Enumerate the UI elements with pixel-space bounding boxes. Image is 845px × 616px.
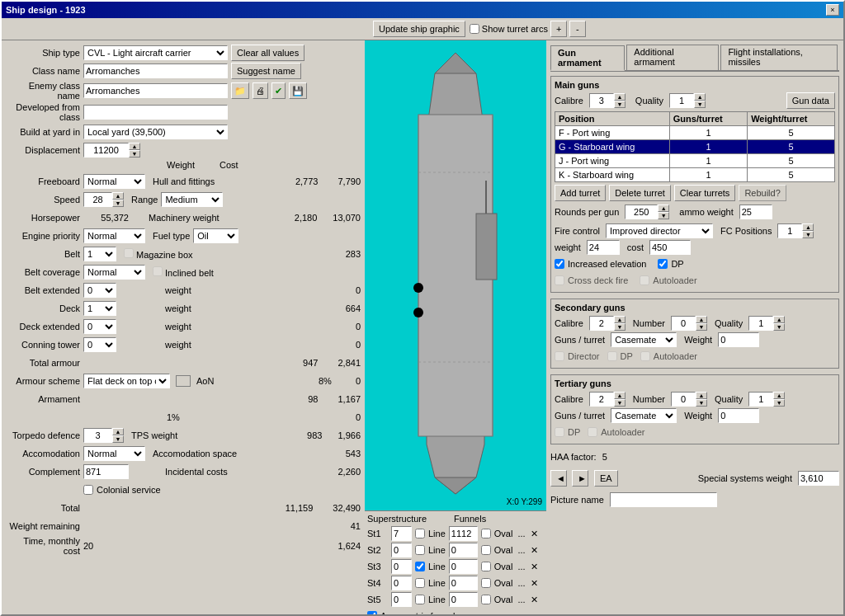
ter-guns-type-select[interactable]: Casemate bbox=[611, 408, 677, 423]
ter-number-input[interactable] bbox=[671, 392, 696, 407]
developed-input[interactable] bbox=[83, 105, 228, 120]
fc-weight-input[interactable] bbox=[587, 240, 620, 255]
deck-select[interactable]: 1 bbox=[83, 301, 116, 316]
ter-autoloader-check[interactable] bbox=[588, 427, 597, 437]
tab-gun-armament[interactable]: Gun armament bbox=[550, 45, 625, 71]
st3-x[interactable]: ✕ bbox=[531, 562, 538, 572]
st5-line-check[interactable] bbox=[415, 595, 425, 604]
clear-all-button[interactable]: Clear all values bbox=[231, 45, 304, 61]
st5-oval[interactable] bbox=[481, 595, 491, 604]
sec-q-down[interactable]: ▼ bbox=[773, 323, 785, 331]
ea-button[interactable]: EA bbox=[594, 470, 618, 487]
turret-plus-button[interactable]: + bbox=[550, 21, 567, 37]
speed-down[interactable]: ▼ bbox=[112, 200, 124, 207]
st2-x[interactable]: ✕ bbox=[531, 545, 538, 556]
st2-oval[interactable] bbox=[481, 545, 491, 555]
sec-num-down[interactable]: ▼ bbox=[696, 323, 707, 331]
sec-cal-up[interactable]: ▲ bbox=[614, 316, 625, 323]
displacement-input[interactable] bbox=[83, 143, 129, 158]
st1-funnel[interactable] bbox=[449, 526, 478, 541]
sec-guns-type-select[interactable]: Casemate bbox=[611, 332, 677, 347]
torpedo-up[interactable]: ▲ bbox=[112, 428, 124, 435]
belt-select[interactable]: 1 bbox=[83, 247, 116, 261]
fc-positions-input[interactable] bbox=[777, 223, 802, 238]
enemy-class-input[interactable] bbox=[83, 83, 228, 98]
clear-turrets-button[interactable]: Clear turrets bbox=[674, 185, 736, 201]
accommodation-select[interactable]: Normal bbox=[83, 446, 145, 461]
st4-x[interactable]: ✕ bbox=[531, 578, 538, 589]
sec-number-input[interactable] bbox=[671, 316, 696, 331]
st2-funnel[interactable] bbox=[449, 543, 478, 557]
deck-extended-select[interactable]: 0 bbox=[83, 319, 116, 334]
speed-up[interactable]: ▲ bbox=[112, 192, 124, 200]
st5-x[interactable]: ✕ bbox=[531, 595, 538, 605]
complement-input[interactable] bbox=[83, 464, 129, 479]
close-button[interactable]: × bbox=[826, 4, 839, 16]
ter-q-up[interactable]: ▲ bbox=[773, 392, 785, 399]
st3-input[interactable] bbox=[391, 559, 412, 574]
quality-input[interactable] bbox=[669, 93, 694, 108]
suggest-name-button[interactable]: Suggest name bbox=[231, 63, 301, 79]
ter-cal-down[interactable]: ▼ bbox=[614, 399, 625, 407]
dp-check[interactable] bbox=[658, 259, 668, 269]
delete-turret-button[interactable]: Delete turret bbox=[609, 185, 671, 201]
table-row[interactable]: J - Port wing 1 5 bbox=[555, 154, 835, 168]
confirm-button[interactable]: ✔ bbox=[271, 82, 286, 99]
st5-input[interactable] bbox=[391, 592, 412, 607]
ammo-weight-input[interactable] bbox=[739, 205, 772, 219]
cross-deck-check[interactable] bbox=[555, 275, 564, 285]
inclined-belt-checkbox[interactable] bbox=[153, 266, 163, 276]
displacement-up[interactable]: ▲ bbox=[129, 143, 140, 150]
torpedo-down[interactable]: ▼ bbox=[112, 435, 124, 443]
calibre-up[interactable]: ▲ bbox=[614, 93, 625, 101]
st1-line-check[interactable] bbox=[415, 529, 425, 538]
tab-flight-installations[interactable]: Flight installations, missiles bbox=[720, 45, 838, 70]
rounds-input[interactable] bbox=[625, 205, 658, 219]
sec-weight-input[interactable] bbox=[718, 332, 759, 347]
ter-quality-input[interactable] bbox=[748, 392, 773, 407]
sec-cal-down[interactable]: ▼ bbox=[614, 323, 625, 331]
next-button[interactable]: ► bbox=[572, 470, 588, 487]
st5-funnel[interactable] bbox=[449, 592, 478, 607]
ship-type-select[interactable]: CVL - Light aircraft carrier bbox=[83, 45, 228, 60]
table-row[interactable]: G - Starboard wing 1 5 bbox=[555, 140, 835, 154]
asymmetric-funnels-check[interactable] bbox=[367, 611, 377, 614]
range-select[interactable]: Medium bbox=[161, 192, 223, 207]
ter-dp-check[interactable] bbox=[555, 427, 564, 437]
fc-cost-input[interactable] bbox=[649, 240, 691, 255]
engine-priority-select[interactable]: Normal bbox=[83, 228, 145, 243]
ter-calibre-input[interactable] bbox=[589, 392, 614, 407]
st2-input[interactable] bbox=[391, 543, 412, 557]
gun-data-button[interactable]: Gun data bbox=[786, 92, 835, 109]
increased-elevation-check[interactable] bbox=[555, 259, 564, 269]
calibre-input[interactable] bbox=[589, 93, 614, 108]
tab-additional-armament[interactable]: Additional armament bbox=[626, 45, 719, 70]
freeboard-select[interactable]: Normal bbox=[83, 174, 145, 189]
ter-num-down[interactable]: ▼ bbox=[696, 399, 707, 407]
special-systems-input[interactable] bbox=[798, 471, 839, 486]
show-turret-checkbox[interactable] bbox=[470, 24, 479, 34]
st4-funnel[interactable] bbox=[449, 576, 478, 590]
calibre-down[interactable]: ▼ bbox=[614, 101, 625, 108]
st1-input[interactable] bbox=[391, 526, 412, 541]
sec-q-up[interactable]: ▲ bbox=[773, 316, 785, 323]
sec-quality-input[interactable] bbox=[748, 316, 773, 331]
torpedo-input[interactable] bbox=[83, 428, 112, 443]
belt-extended-select[interactable]: 0 bbox=[83, 283, 116, 298]
ter-q-down[interactable]: ▼ bbox=[773, 399, 785, 407]
magazine-box-checkbox[interactable] bbox=[124, 248, 134, 258]
build-yard-select[interactable]: Local yard (39,500) bbox=[83, 125, 228, 139]
st1-oval[interactable] bbox=[481, 529, 491, 538]
st3-line-check[interactable] bbox=[415, 562, 425, 571]
turret-minus-button[interactable]: - bbox=[569, 21, 586, 37]
st4-input[interactable] bbox=[391, 576, 412, 590]
st3-oval[interactable] bbox=[481, 562, 491, 571]
belt-coverage-select[interactable]: Normal bbox=[83, 265, 145, 280]
rounds-down[interactable]: ▼ bbox=[658, 212, 669, 219]
table-row[interactable]: K - Starboard wing 1 5 bbox=[555, 168, 835, 182]
rounds-up[interactable]: ▲ bbox=[658, 205, 669, 212]
rebuild-button[interactable]: Rebuild? bbox=[739, 185, 786, 201]
speed-input[interactable] bbox=[83, 192, 112, 207]
autoloader-check[interactable] bbox=[640, 275, 649, 285]
table-row[interactable]: F - Port wing 1 5 bbox=[555, 126, 835, 140]
